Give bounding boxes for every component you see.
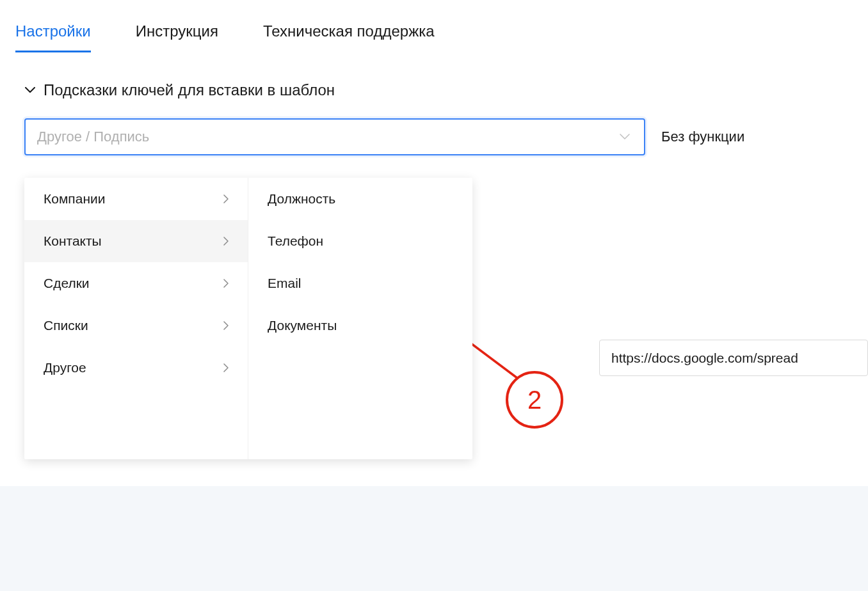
- chevron-right-icon: [223, 276, 229, 291]
- tab-instructions[interactable]: Инструкция: [136, 22, 218, 52]
- dropdown-item-label: Контакты: [44, 233, 102, 249]
- dropdown-item-deals[interactable]: Сделки: [24, 262, 248, 304]
- function-label[interactable]: Без функции: [658, 118, 744, 155]
- url-input[interactable]: https://docs.google.com/spread: [599, 340, 868, 376]
- chevron-right-icon: [223, 360, 229, 375]
- chevron-down-icon: [24, 84, 36, 96]
- dropdown-item-label: Документы: [268, 318, 337, 333]
- url-value: https://docs.google.com/spread: [611, 351, 798, 366]
- form-row: Другое / Подпись Без функции: [0, 99, 868, 155]
- section-header[interactable]: Подсказки ключей для вставки в шаблон: [0, 52, 868, 99]
- section-title: Подсказки ключей для вставки в шаблон: [44, 81, 335, 99]
- chevron-down-icon: [620, 131, 630, 143]
- dropdown-menu: Компании Контакты Сделки Списки Другое: [24, 178, 472, 459]
- dropdown-item-lists[interactable]: Списки: [24, 304, 248, 347]
- dropdown-item-contacts[interactable]: Контакты: [24, 220, 248, 262]
- dropdown-item-label: Email: [268, 276, 301, 291]
- chevron-right-icon: [223, 318, 229, 333]
- dropdown-item-position[interactable]: Должность: [248, 178, 472, 220]
- chevron-right-icon: [223, 191, 229, 207]
- key-select[interactable]: Другое / Подпись: [24, 118, 645, 155]
- dropdown-item-email[interactable]: Email: [248, 262, 472, 304]
- tab-support[interactable]: Техническая поддержка: [263, 22, 435, 52]
- select-placeholder: Другое / Подпись: [37, 129, 149, 145]
- dropdown-item-label: Телефон: [268, 233, 323, 249]
- dropdown-item-documents[interactable]: Документы: [248, 304, 472, 347]
- dropdown-item-label: Должность: [268, 191, 335, 207]
- dropdown-item-companies[interactable]: Компании: [24, 178, 248, 220]
- tabs-bar: Настройки Инструкция Техническая поддерж…: [0, 0, 868, 52]
- dropdown-item-other[interactable]: Другое: [24, 347, 248, 389]
- main-panel: Настройки Инструкция Техническая поддерж…: [0, 0, 868, 486]
- background-area: [0, 486, 868, 591]
- tab-settings[interactable]: Настройки: [15, 22, 91, 52]
- dropdown-item-label: Сделки: [44, 276, 90, 291]
- dropdown-item-phone[interactable]: Телефон: [248, 220, 472, 262]
- chevron-right-icon: [223, 233, 229, 249]
- dropdown-column-categories: Компании Контакты Сделки Списки Другое: [24, 178, 248, 459]
- dropdown-item-label: Компании: [44, 191, 105, 207]
- dropdown-item-label: Списки: [44, 318, 88, 333]
- dropdown-column-fields: Должность Телефон Email Документы: [248, 178, 472, 459]
- dropdown-item-label: Другое: [44, 360, 86, 375]
